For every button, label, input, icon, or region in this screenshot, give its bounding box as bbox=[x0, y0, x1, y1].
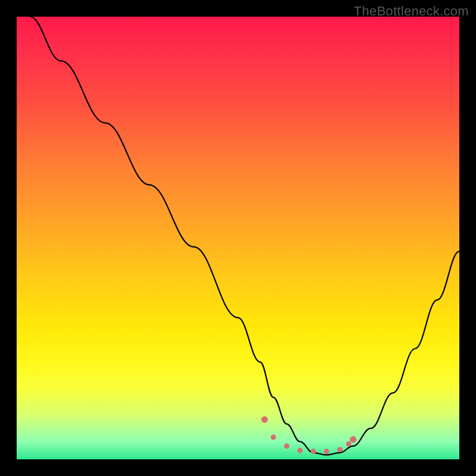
highlight-dot bbox=[350, 436, 356, 443]
highlight-dot bbox=[284, 443, 289, 449]
highlight-dot bbox=[298, 448, 303, 453]
highlight-dot bbox=[271, 434, 276, 440]
highlight-dot bbox=[311, 449, 316, 454]
bottleneck-curve bbox=[30, 17, 459, 455]
highlight-dot bbox=[346, 441, 352, 446]
plot-area bbox=[17, 17, 459, 459]
highlight-dot bbox=[337, 447, 343, 452]
highlight-dots bbox=[261, 416, 356, 455]
highlight-dot bbox=[261, 416, 268, 423]
chart-svg bbox=[17, 17, 459, 459]
chart-frame bbox=[17, 17, 459, 459]
highlight-dot bbox=[324, 449, 329, 454]
watermark-text: TheBottleneck.com bbox=[354, 4, 469, 19]
